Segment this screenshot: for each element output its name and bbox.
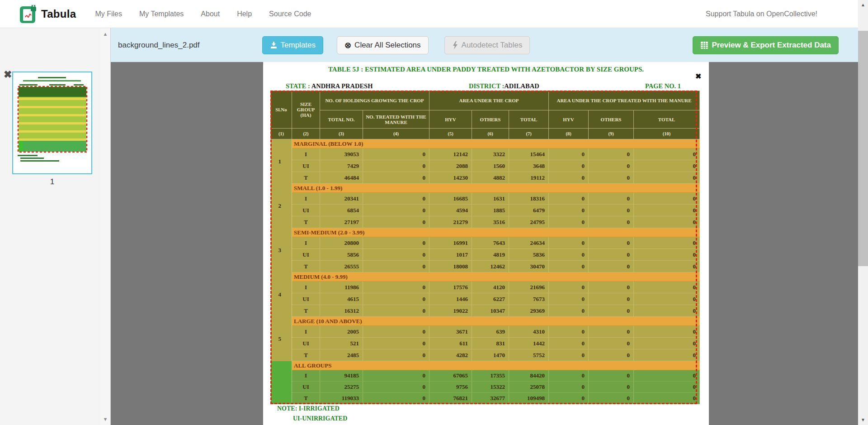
sidebar-scroll-up-icon[interactable]: ▲ <box>102 31 108 37</box>
doc-page-no: PAGE NO. 1 <box>645 82 681 90</box>
autodetect-tables-button[interactable]: Autodetect Tables <box>444 36 530 54</box>
sidebar-scrollbar[interactable]: ▲ ▼ <box>101 28 110 425</box>
thumbnail-preview <box>13 72 91 173</box>
preview-export-button[interactable]: Preview & Export Extracted Data <box>693 36 839 54</box>
templates-button[interactable]: Templates <box>262 36 323 54</box>
doc-note-line2: UI-UNIRRIGATED <box>293 415 347 422</box>
toolbar: background_lines_2.pdf Templates ⊗ Clear… <box>111 28 858 62</box>
doc-meta-line: STATE : ANDHRA PRADESH DISTRICT :ADILABA… <box>263 82 709 91</box>
doc-title: TABLE 5J : ESTIMATED AREA UNDER PADDY TR… <box>263 66 709 73</box>
page-sidebar: ✖ <box>0 28 111 425</box>
navbar: Tabula My Files My Templates About Help … <box>0 0 858 28</box>
nav-about[interactable]: About <box>201 10 220 18</box>
doc-note-line1: NOTE: I-IRRIGATED <box>277 405 340 412</box>
pdf-page[interactable]: TABLE 5J : ESTIMATED AREA UNDER PADDY TR… <box>263 62 709 425</box>
tabula-logo-icon <box>20 5 37 23</box>
autodetect-button-label: Autodetect Tables <box>462 41 523 50</box>
save-template-icon <box>270 41 278 49</box>
scrollbar-thumb[interactable] <box>858 31 868 266</box>
nav-source-code[interactable]: Source Code <box>269 10 311 18</box>
current-filename: background_lines_2.pdf <box>118 41 200 50</box>
table-icon <box>700 41 708 49</box>
brand[interactable]: Tabula <box>20 5 76 23</box>
tabula-app: Tabula My Files My Templates About Help … <box>0 0 868 425</box>
table-selection-region[interactable] <box>270 91 697 404</box>
doc-district: DISTRICT :ADILABAD <box>469 82 539 90</box>
scroll-up-icon[interactable]: ▲ <box>858 1 868 9</box>
clear-button-label: Clear All Selections <box>354 41 420 50</box>
document-canvas: TABLE 5J : ESTIMATED AREA UNDER PADDY TR… <box>111 62 858 425</box>
clear-all-selections-button[interactable]: ⊗ Clear All Selections <box>337 36 429 54</box>
support-link[interactable]: Support Tabula on OpenCollective! <box>706 10 817 18</box>
nav-links: My Files My Templates About Help Source … <box>95 10 311 18</box>
nav-my-templates[interactable]: My Templates <box>139 10 184 18</box>
page-thumbnail[interactable] <box>12 72 92 174</box>
export-button-label: Preview & Export Extracted Data <box>712 41 831 50</box>
doc-state: STATE : ANDHRA PRADESH <box>286 82 373 90</box>
thumbnail-page-number: 1 <box>12 177 92 186</box>
nav-my-files[interactable]: My Files <box>95 10 122 18</box>
remove-page-icon[interactable]: ✖ <box>4 70 12 80</box>
sidebar-scroll-down-icon[interactable]: ▼ <box>102 416 108 422</box>
window-scrollbar[interactable]: ▲ ▼ <box>858 0 868 425</box>
brand-name: Tabula <box>41 8 76 20</box>
scroll-down-icon[interactable]: ▼ <box>858 416 868 424</box>
templates-button-label: Templates <box>281 41 316 50</box>
lightning-icon <box>452 41 458 49</box>
clear-circle-icon: ⊗ <box>344 41 351 49</box>
nav-help[interactable]: Help <box>237 10 252 18</box>
selection-delete-icon[interactable]: ✖ <box>695 73 701 80</box>
